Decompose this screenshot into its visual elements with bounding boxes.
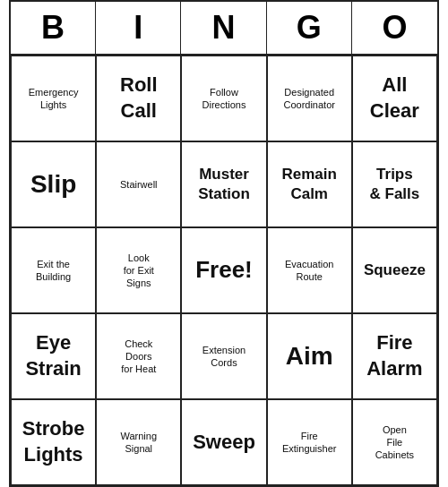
bingo-cell: All Clear [352,56,437,141]
bingo-cell: Fire Extinguisher [267,399,352,485]
bingo-cell: Strobe Lights [11,399,96,485]
bingo-cell: Extension Cords [181,313,266,399]
bingo-card: BINGO Emergency LightsRoll CallFollow Di… [9,0,439,487]
bingo-cell: Warning Signal [96,399,181,485]
bingo-cell: Muster Station [181,141,266,227]
bingo-cell: Eye Strain [11,313,96,399]
cell-text: Extension Cords [202,344,246,370]
cell-text: Warning Signal [121,430,158,456]
cell-text: Aim [286,340,333,372]
header-letter: B [11,2,96,54]
header-letter: G [267,2,352,54]
cell-text: Designated Coordinator [283,86,334,112]
cell-text: All Clear [370,73,419,124]
cell-text: Evacuation Route [285,258,333,284]
bingo-cell: Sweep [181,399,266,485]
bingo-cell: Stairwell [96,141,181,227]
bingo-cell: Emergency Lights [11,56,96,141]
bingo-cell: Slip [11,141,96,227]
cell-text: Muster Station [198,165,250,204]
bingo-cell: Follow Directions [181,56,266,141]
bingo-cell: Exit the Building [11,227,96,313]
header-letter: O [352,2,437,54]
bingo-cell: Fire Alarm [352,313,437,399]
cell-text: Free! [195,255,253,286]
cell-text: Sweep [193,430,255,456]
cell-text: Exit the Building [36,258,71,284]
header-letter: N [181,2,266,54]
cell-text: Open File Cabinets [375,423,414,462]
cell-text: Emergency Lights [29,86,79,112]
cell-text: Stairwell [120,178,158,191]
cell-text: Roll Call [120,73,158,124]
cell-text: Remain Calm [281,165,336,204]
bingo-cell: Remain Calm [267,141,352,227]
cell-text: Squeeze [364,261,426,280]
bingo-cell: Open File Cabinets [352,399,437,485]
cell-text: Fire Extinguisher [282,430,337,456]
bingo-cell: Look for Exit Signs [96,227,181,313]
cell-text: Fire Alarm [366,330,422,381]
bingo-cell: Trips & Falls [352,141,437,227]
bingo-grid: Emergency LightsRoll CallFollow Directio… [11,56,437,485]
cell-text: Strobe Lights [22,416,85,467]
bingo-cell: Roll Call [96,56,181,141]
cell-text: Trips & Falls [370,165,420,204]
bingo-cell: Designated Coordinator [267,56,352,141]
bingo-cell: Aim [267,313,352,399]
cell-text: Follow Directions [202,86,246,112]
header-letter: I [96,2,181,54]
cell-text: Slip [30,168,76,201]
bingo-cell: Check Doors for Heat [96,313,181,399]
cell-text: Check Doors for Heat [121,337,156,376]
bingo-cell: Free! [181,227,266,313]
cell-text: Eye Strain [25,330,81,381]
bingo-cell: Squeeze [352,227,437,313]
bingo-header: BINGO [11,2,437,56]
cell-text: Look for Exit Signs [124,252,154,290]
bingo-cell: Evacuation Route [267,227,352,313]
